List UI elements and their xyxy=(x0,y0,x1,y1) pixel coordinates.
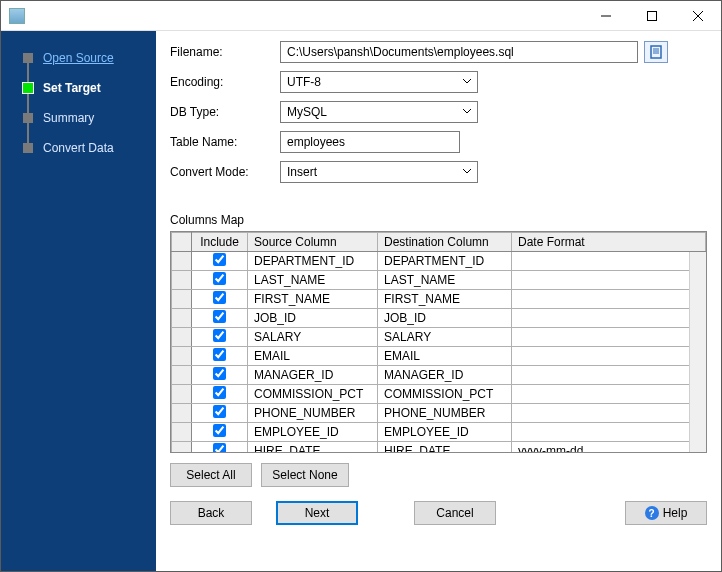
dateformat-cell[interactable] xyxy=(512,252,706,271)
destination-cell[interactable]: PHONE_NUMBER xyxy=(378,404,512,423)
destination-cell[interactable]: DEPARTMENT_ID xyxy=(378,252,512,271)
step-label: Convert Data xyxy=(43,141,114,155)
dateformat-cell[interactable] xyxy=(512,271,706,290)
include-checkbox[interactable] xyxy=(213,291,226,304)
help-button[interactable]: ? Help xyxy=(625,501,707,525)
destination-cell[interactable]: JOB_ID xyxy=(378,309,512,328)
step-marker-icon xyxy=(23,53,33,63)
include-checkbox[interactable] xyxy=(213,386,226,399)
table-row[interactable]: PHONE_NUMBERPHONE_NUMBER xyxy=(172,404,706,423)
dateformat-cell[interactable] xyxy=(512,366,706,385)
include-checkbox[interactable] xyxy=(213,424,226,437)
source-cell[interactable]: JOB_ID xyxy=(248,309,378,328)
source-cell[interactable]: HIRE_DATE xyxy=(248,442,378,454)
row-header xyxy=(172,366,192,385)
col-header-destination[interactable]: Destination Column xyxy=(378,233,512,252)
close-button[interactable] xyxy=(675,1,721,31)
source-cell[interactable]: MANAGER_ID xyxy=(248,366,378,385)
source-cell[interactable]: SALARY xyxy=(248,328,378,347)
dateformat-cell[interactable] xyxy=(512,347,706,366)
row-header xyxy=(172,423,192,442)
convertmode-select[interactable]: Insert xyxy=(280,161,478,183)
destination-cell[interactable]: EMPLOYEE_ID xyxy=(378,423,512,442)
cancel-button[interactable]: Cancel xyxy=(414,501,496,525)
chevron-down-icon xyxy=(463,169,471,175)
dateformat-cell[interactable]: yyyy-mm-dd xyxy=(512,442,706,454)
source-cell[interactable]: LAST_NAME xyxy=(248,271,378,290)
wizard-step[interactable]: Open Source xyxy=(17,43,156,73)
table-row[interactable]: MANAGER_IDMANAGER_ID xyxy=(172,366,706,385)
row-header xyxy=(172,252,192,271)
col-header-include[interactable]: Include xyxy=(192,233,248,252)
dateformat-cell[interactable] xyxy=(512,423,706,442)
step-label: Summary xyxy=(43,111,94,125)
dateformat-cell[interactable] xyxy=(512,328,706,347)
include-checkbox[interactable] xyxy=(213,405,226,418)
filename-input[interactable] xyxy=(280,41,638,63)
encoding-value: UTF-8 xyxy=(287,75,463,89)
col-header-dateformat[interactable]: Date Format xyxy=(512,233,706,252)
destination-cell[interactable]: LAST_NAME xyxy=(378,271,512,290)
table-row[interactable]: DEPARTMENT_IDDEPARTMENT_ID xyxy=(172,252,706,271)
close-icon xyxy=(693,11,703,21)
destination-cell[interactable]: EMAIL xyxy=(378,347,512,366)
step-label: Set Target xyxy=(43,81,101,95)
next-button[interactable]: Next xyxy=(276,501,358,525)
table-row[interactable]: SALARYSALARY xyxy=(172,328,706,347)
app-icon xyxy=(9,8,25,24)
svg-rect-1 xyxy=(651,46,661,58)
row-header xyxy=(172,347,192,366)
table-row[interactable]: JOB_IDJOB_ID xyxy=(172,309,706,328)
content-pane: Filename: Encoding: UTF-8 DB Type: MySQL xyxy=(156,31,721,571)
dateformat-cell[interactable] xyxy=(512,404,706,423)
row-header xyxy=(172,404,192,423)
table-row[interactable]: FIRST_NAMEFIRST_NAME xyxy=(172,290,706,309)
source-cell[interactable]: EMAIL xyxy=(248,347,378,366)
dateformat-cell[interactable] xyxy=(512,385,706,404)
tablename-label: Table Name: xyxy=(170,135,280,149)
help-label: Help xyxy=(663,506,688,520)
columns-map-grid[interactable]: Include Source Column Destination Column… xyxy=(170,231,707,453)
filename-label: Filename: xyxy=(170,45,280,59)
select-all-button[interactable]: Select All xyxy=(170,463,252,487)
include-checkbox[interactable] xyxy=(213,310,226,323)
include-checkbox[interactable] xyxy=(213,329,226,342)
dateformat-cell[interactable] xyxy=(512,309,706,328)
include-checkbox[interactable] xyxy=(213,348,226,361)
table-row[interactable]: EMAILEMAIL xyxy=(172,347,706,366)
source-cell[interactable]: PHONE_NUMBER xyxy=(248,404,378,423)
dateformat-cell[interactable] xyxy=(512,290,706,309)
wizard-step: Set Target xyxy=(17,73,156,103)
browse-button[interactable] xyxy=(644,41,668,63)
back-button[interactable]: Back xyxy=(170,501,252,525)
minimize-button[interactable] xyxy=(583,1,629,31)
source-cell[interactable]: EMPLOYEE_ID xyxy=(248,423,378,442)
table-row[interactable]: COMMISSION_PCTCOMMISSION_PCT xyxy=(172,385,706,404)
vertical-scrollbar[interactable] xyxy=(689,252,706,452)
destination-cell[interactable]: COMMISSION_PCT xyxy=(378,385,512,404)
table-row[interactable]: LAST_NAMELAST_NAME xyxy=(172,271,706,290)
destination-cell[interactable]: MANAGER_ID xyxy=(378,366,512,385)
tablename-input[interactable] xyxy=(280,131,460,153)
convertmode-label: Convert Mode: xyxy=(170,165,280,179)
table-row[interactable]: EMPLOYEE_IDEMPLOYEE_ID xyxy=(172,423,706,442)
destination-cell[interactable]: FIRST_NAME xyxy=(378,290,512,309)
destination-cell[interactable]: SALARY xyxy=(378,328,512,347)
include-checkbox[interactable] xyxy=(213,443,226,453)
include-checkbox[interactable] xyxy=(213,367,226,380)
maximize-button[interactable] xyxy=(629,1,675,31)
dbtype-select[interactable]: MySQL xyxy=(280,101,478,123)
include-checkbox[interactable] xyxy=(213,272,226,285)
col-header-source[interactable]: Source Column xyxy=(248,233,378,252)
include-checkbox[interactable] xyxy=(213,253,226,266)
source-cell[interactable]: COMMISSION_PCT xyxy=(248,385,378,404)
source-cell[interactable]: FIRST_NAME xyxy=(248,290,378,309)
encoding-select[interactable]: UTF-8 xyxy=(280,71,478,93)
select-none-button[interactable]: Select None xyxy=(261,463,348,487)
step-marker-icon xyxy=(23,113,33,123)
app-window: Open SourceSet TargetSummaryConvert Data… xyxy=(0,0,722,572)
row-header xyxy=(172,309,192,328)
source-cell[interactable]: DEPARTMENT_ID xyxy=(248,252,378,271)
destination-cell[interactable]: HIRE_DATE xyxy=(378,442,512,454)
table-row[interactable]: HIRE_DATEHIRE_DATEyyyy-mm-dd xyxy=(172,442,706,454)
